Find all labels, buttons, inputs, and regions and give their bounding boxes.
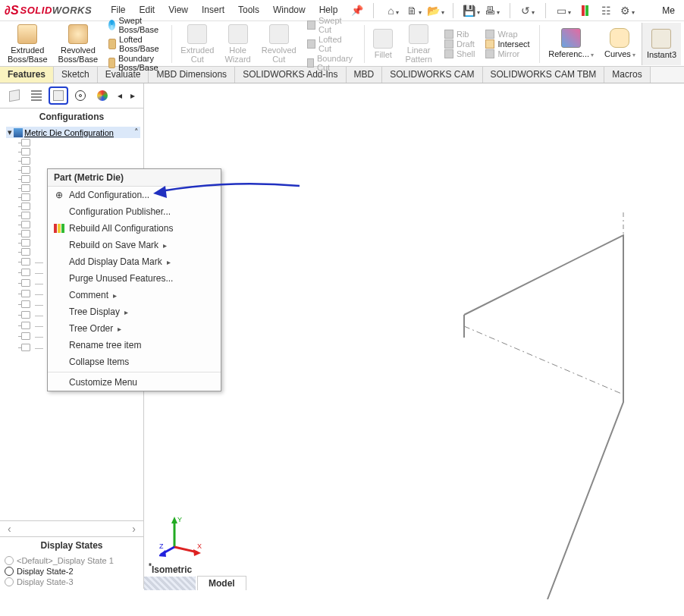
draft-icon bbox=[444, 39, 453, 49]
revolve-icon bbox=[68, 24, 88, 44]
panel-tab-property-manager[interactable] bbox=[27, 86, 46, 105]
revolved-boss-button[interactable]: Revolved Boss/Base bbox=[54, 23, 103, 65]
collapse-icon[interactable]: ˄ bbox=[134, 127, 139, 137]
save-icon[interactable]: 💾 bbox=[463, 2, 479, 19]
fillet-button: Fillet bbox=[369, 23, 397, 65]
tab-sketch[interactable]: Sketch bbox=[54, 67, 98, 83]
panel-tab-next[interactable]: ▸ bbox=[127, 86, 138, 105]
open-icon[interactable]: 📂 bbox=[427, 2, 444, 19]
boundary-cut-button: Boundary Cut bbox=[307, 54, 355, 72]
label: Configuration Publisher... bbox=[69, 206, 171, 217]
ctx-rename-tree[interactable]: Rename tree item bbox=[48, 337, 221, 354]
blank-icon bbox=[54, 377, 64, 388]
ctx-configuration-publisher[interactable]: Configuration Publisher... bbox=[48, 203, 221, 220]
ctx-collapse-items[interactable]: Collapse Items bbox=[48, 354, 221, 370]
select-icon[interactable]: ▭ bbox=[555, 2, 572, 19]
menu-insert[interactable]: Insert bbox=[196, 2, 230, 18]
cut-stack: Swept Cut Lofted Cut Boundary Cut bbox=[303, 23, 359, 65]
divider bbox=[453, 3, 453, 18]
cfg-icon bbox=[21, 248, 30, 256]
home-icon[interactable]: ⌂ bbox=[384, 2, 401, 19]
ctx-rebuild-on-save[interactable]: Rebuild on Save Mark bbox=[48, 237, 221, 253]
ctx-customize-menu[interactable]: Customize Menu bbox=[48, 374, 221, 391]
boundary-boss-button[interactable]: Boundary Boss/Base bbox=[108, 54, 162, 72]
cfg-icon bbox=[21, 344, 30, 351]
refgeo-icon bbox=[561, 28, 581, 48]
svg-text:Z: Z bbox=[159, 542, 164, 550]
separator bbox=[539, 25, 540, 63]
rebuild-icon bbox=[54, 223, 64, 234]
label: Extruded Cut bbox=[180, 46, 214, 64]
hole-wizard-button: Hole Wizard bbox=[220, 23, 255, 65]
panel-tab-prev[interactable]: ◂ bbox=[115, 86, 125, 105]
scroll-right-icon[interactable]: › bbox=[129, 521, 139, 536]
view-tab-bg bbox=[144, 577, 196, 590]
label: Collapse Items bbox=[69, 357, 129, 367]
config-root[interactable]: ▾ Metric Die Configuration ˄ bbox=[6, 127, 140, 138]
label: Rib bbox=[457, 30, 469, 39]
ctx-tree-order[interactable]: Tree Order bbox=[48, 320, 221, 337]
extruded-boss-button[interactable]: Extruded Boss/Base bbox=[3, 23, 52, 65]
display-state-3[interactable]: Display State-3 bbox=[5, 577, 139, 587]
display-states-title: Display States bbox=[0, 536, 143, 554]
ctx-rebuild-all[interactable]: Rebuild All Configurations bbox=[48, 220, 221, 237]
globe-icon bbox=[5, 577, 14, 586]
ctx-purge-unused[interactable]: Purge Unused Features... bbox=[48, 270, 221, 287]
tab-macros[interactable]: Macros bbox=[604, 67, 650, 83]
revolved-cut-button: Revolved Cut bbox=[257, 23, 301, 65]
scroll-left-icon[interactable]: ‹ bbox=[5, 521, 14, 536]
expand-icon[interactable]: ▾ bbox=[8, 127, 12, 137]
display-state-2[interactable]: Display State-2 bbox=[5, 566, 139, 577]
swept-boss-button[interactable]: Swept Boss/Base bbox=[108, 16, 162, 34]
ctx-tree-display[interactable]: Tree Display bbox=[48, 303, 221, 320]
blank-icon bbox=[54, 340, 64, 350]
display-state-default[interactable]: <Default>_Display State 1 bbox=[5, 555, 139, 566]
panel-tab-display-manager[interactable] bbox=[93, 86, 112, 105]
ctx-add-configuration[interactable]: ⊕ Add Configuration... bbox=[48, 187, 221, 203]
logo-works: WORKS bbox=[52, 5, 92, 16]
label: Rebuild on Save Mark bbox=[69, 240, 158, 250]
blank-icon bbox=[54, 306, 64, 317]
curves-button[interactable]: Curves bbox=[600, 23, 640, 65]
config-item[interactable] bbox=[6, 156, 140, 165]
menu-view[interactable]: View bbox=[163, 2, 193, 18]
new-icon[interactable]: 🗎 bbox=[406, 2, 422, 19]
settings-icon[interactable]: ⚙ bbox=[619, 2, 635, 19]
user-menu[interactable]: Me bbox=[657, 2, 679, 19]
graphics-viewport[interactable]: Y X Z *Isometric Model bbox=[144, 83, 684, 589]
label: Mirror bbox=[497, 49, 519, 58]
cfg-icon bbox=[21, 322, 30, 329]
menu-window[interactable]: Window bbox=[268, 2, 311, 18]
model-tab[interactable]: Model bbox=[197, 576, 246, 590]
config-root-name: Metric Die Configuration bbox=[24, 128, 114, 137]
intersect-button[interactable]: Intersect bbox=[485, 39, 529, 49]
intersect-icon bbox=[485, 39, 494, 49]
tab-features[interactable]: Features bbox=[0, 67, 54, 83]
config-item[interactable] bbox=[6, 138, 140, 147]
ctx-comment[interactable]: Comment bbox=[48, 287, 221, 303]
rebuild-icon[interactable] bbox=[576, 2, 593, 19]
config-item[interactable] bbox=[6, 147, 140, 156]
tab-solidworks-cam-tbm[interactable]: SOLIDWORKS CAM TBM bbox=[483, 67, 605, 83]
menu-tools[interactable]: Tools bbox=[233, 2, 265, 18]
instant3d-button[interactable]: Instant3 bbox=[642, 23, 681, 65]
panel-tab-configuration-manager[interactable] bbox=[49, 86, 68, 105]
cfg-icon bbox=[21, 157, 30, 165]
label: Boundary Boss/Base bbox=[118, 54, 162, 72]
extruded-cut-icon bbox=[187, 24, 207, 44]
options-list-icon[interactable]: ☷ bbox=[598, 2, 614, 19]
undo-icon[interactable]: ↺ bbox=[519, 2, 536, 19]
lofted-boss-button[interactable]: Lofted Boss/Base bbox=[108, 35, 162, 53]
tab-solidworks-cam[interactable]: SOLIDWORKS CAM bbox=[382, 67, 482, 83]
blank-icon bbox=[54, 256, 64, 267]
reference-geometry-button[interactable]: Referenc... bbox=[544, 23, 598, 65]
panel-tab-dimxpert[interactable] bbox=[71, 86, 90, 105]
orientation-triad[interactable]: Y X Z bbox=[159, 513, 205, 558]
print-icon[interactable]: 🖶 bbox=[484, 2, 500, 19]
label: Swept Cut bbox=[318, 16, 355, 34]
cfg-icon bbox=[21, 239, 30, 247]
svg-text:X: X bbox=[197, 542, 202, 550]
panel-tab-feature-tree[interactable] bbox=[5, 86, 24, 105]
context-menu-separator bbox=[48, 372, 221, 372]
ctx-add-display-data[interactable]: Add Display Data Mark bbox=[48, 253, 221, 270]
